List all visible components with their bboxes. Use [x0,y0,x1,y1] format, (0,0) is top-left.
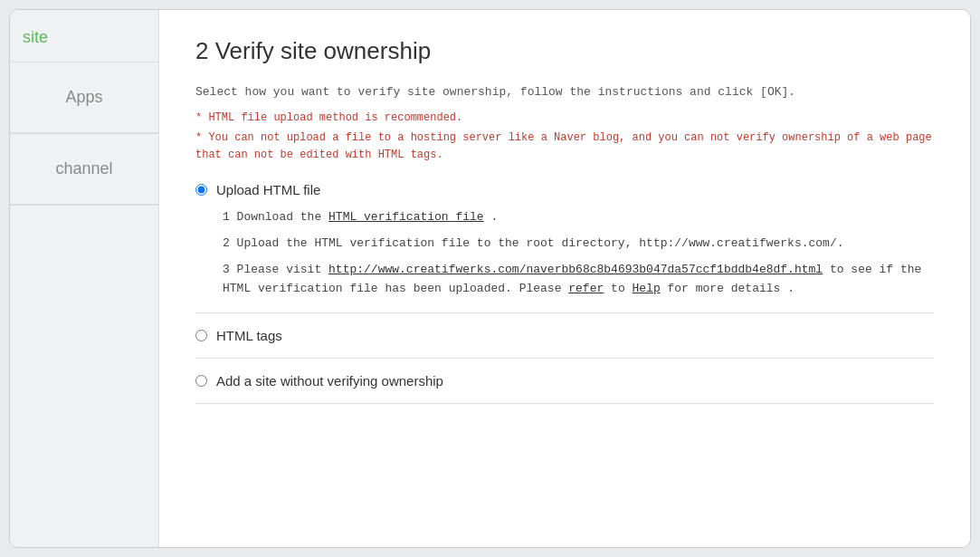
verification-url-link[interactable]: http://www.creatifwerks.com/naverbb68c8b… [328,263,823,276]
steps-list: 1 Download the HTML verification file . … [223,208,934,298]
note-warning: * You can not upload a file to a hosting… [195,130,934,164]
radio-upload-html[interactable] [195,184,207,196]
option-upload-html: Upload HTML file [195,182,934,197]
step-3-text-before: 3 Please visit [223,263,328,276]
step-2: 2 Upload the HTML verification file to t… [223,235,934,254]
step-1: 1 Download the HTML verification file . [223,208,934,227]
step-1-after: . [484,210,499,224]
main-content: 2 Verify site ownership Select how you w… [159,10,970,547]
step-3-text-end: for more details . [661,282,794,295]
sidebar-item-channel[interactable]: channel [10,134,158,205]
option-add-without: Add a site without verifying ownership [195,373,934,389]
help-link[interactable]: Help [633,282,661,295]
option-html-tags: HTML tags [195,328,934,343]
radio-add-without[interactable] [195,375,207,387]
note-recommended: * HTML file upload method is recommended… [195,111,934,124]
refer-link[interactable]: refer [568,282,604,295]
page-title: 2 Verify site ownership [195,37,934,65]
sidebar-item-apps[interactable]: Apps [10,62,158,133]
divider-2 [195,358,934,359]
step-3: 3 Please visit http://www.creatifwerks.c… [223,261,934,299]
sidebar-divider-bottom [10,205,158,206]
sidebar-item-channel-label: channel [55,159,112,178]
option-upload-html-label: Upload HTML file [216,182,320,197]
sidebar: site Apps channel [10,10,159,547]
option-add-without-label: Add a site without verifying ownership [216,373,443,389]
step-2-text: 2 Upload the HTML verification file to t… [223,236,844,250]
app-window: site Apps channel 2 Verify site ownershi… [9,9,971,548]
description: Select how you want to verify site owner… [195,83,934,102]
step-3-text-mid2: to [604,282,632,295]
sidebar-top: site [10,19,158,62]
site-label[interactable]: site [23,28,48,46]
divider-3 [195,403,934,404]
step-1-text: 1 Download the [223,210,328,224]
option-html-tags-label: HTML tags [216,328,282,343]
html-verification-link[interactable]: HTML verification file [328,210,484,224]
divider-1 [195,312,934,313]
radio-html-tags[interactable] [195,330,207,341]
sidebar-item-apps-label: Apps [65,88,102,106]
